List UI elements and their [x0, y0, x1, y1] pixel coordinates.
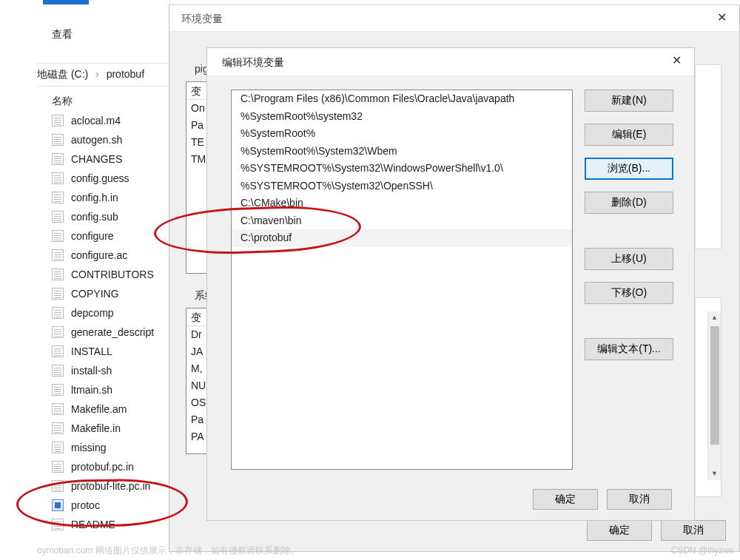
file-name: config.h.in: [71, 188, 118, 207]
path-entry[interactable]: %SystemRoot%: [232, 125, 572, 143]
file-row[interactable]: Makefile.in: [52, 419, 154, 438]
path-entry[interactable]: C:\maven\bin: [232, 212, 572, 230]
new-button[interactable]: 新建(N): [585, 90, 673, 112]
file-row[interactable]: generate_descript: [52, 323, 154, 342]
path-entry[interactable]: %SystemRoot%\System32\Wbem: [232, 143, 572, 161]
file-row[interactable]: COPYING: [52, 284, 154, 303]
file-name: COPYING: [71, 284, 119, 303]
file-name: protoc: [71, 496, 100, 515]
breadcrumb-drive[interactable]: 地磁盘 (C:): [37, 68, 88, 80]
file-name: configure: [71, 226, 114, 246]
file-row[interactable]: protoc: [52, 496, 154, 515]
file-icon: [52, 288, 64, 300]
file-name: install-sh: [71, 361, 112, 380]
file-row[interactable]: config.guess: [52, 169, 154, 188]
scrollbar[interactable]: ▲ ▼: [707, 311, 721, 480]
file-row[interactable]: protobuf-lite.pc.in: [52, 476, 154, 496]
groupbox-right-top: [695, 64, 722, 249]
file-row[interactable]: missing: [52, 438, 154, 457]
cancel-button[interactable]: 取消: [661, 520, 726, 541]
cancel-button[interactable]: 取消: [607, 489, 672, 510]
scroll-thumb[interactable]: [710, 326, 719, 445]
file-name: protobuf-lite.pc.in: [71, 476, 150, 496]
file-icon: [52, 345, 64, 357]
file-row[interactable]: configure: [52, 226, 154, 246]
file-row[interactable]: Makefile.am: [52, 399, 154, 419]
tab-indicator: [43, 0, 89, 4]
close-icon[interactable]: ✕: [704, 5, 739, 32]
ok-button[interactable]: 确定: [533, 489, 598, 510]
file-name: CHANGES: [71, 149, 122, 169]
file-name: Makefile.in: [71, 419, 121, 438]
column-header-name[interactable]: 名称: [52, 95, 73, 108]
file-icon: [52, 422, 64, 434]
file-name: ltmain.sh: [71, 380, 112, 399]
file-icon: [52, 442, 64, 453]
file-name: configure.ac: [71, 246, 127, 265]
path-entry[interactable]: C:\CMake\bin: [232, 195, 572, 212]
file-icon: [52, 365, 64, 377]
file-name: config.sub: [71, 207, 118, 226]
browse-button[interactable]: 浏览(B)...: [585, 158, 673, 180]
file-icon: [52, 134, 64, 146]
file-name: depcomp: [71, 303, 114, 323]
file-icon: [52, 192, 64, 203]
file-row[interactable]: config.sub: [52, 207, 154, 226]
close-icon[interactable]: ✕: [659, 48, 694, 75]
file-icon: [52, 172, 64, 184]
path-entry[interactable]: C:\protobuf: [232, 229, 572, 247]
file-row[interactable]: README: [52, 515, 154, 534]
move-up-button[interactable]: 上移(U): [585, 248, 673, 270]
file-icon: [52, 403, 64, 415]
path-entries-listbox[interactable]: C:\Program Files (x86)\Common Files\Orac…: [231, 90, 573, 470]
file-row[interactable]: config.h.in: [52, 188, 154, 207]
file-name: aclocal.m4: [71, 111, 121, 130]
file-row[interactable]: CHANGES: [52, 149, 154, 169]
file-explorer: 查看 地磁盘 (C:) › protobuf 名称 aclocal.m4auto…: [0, 0, 170, 540]
dialog-title: 环境变量: [169, 5, 739, 32]
path-entry[interactable]: C:\Program Files (x86)\Common Files\Orac…: [232, 90, 572, 108]
file-icon: [52, 480, 64, 492]
dialog-title: 编辑环境变量: [207, 48, 694, 76]
edit-text-button[interactable]: 编辑文本(T)...: [585, 338, 673, 360]
file-row[interactable]: aclocal.m4: [52, 111, 154, 130]
scroll-up-icon[interactable]: ▲: [708, 311, 721, 324]
file-row[interactable]: autogen.sh: [52, 130, 154, 149]
file-name: Makefile.am: [71, 399, 127, 419]
path-entry[interactable]: %SystemRoot%\system32: [232, 108, 572, 126]
scroll-down-icon[interactable]: ▼: [708, 468, 721, 480]
file-name: config.guess: [71, 169, 130, 188]
edit-button[interactable]: 编辑(E): [585, 124, 673, 146]
file-name: README: [71, 515, 115, 534]
watermark-footer: oymoban.com 网络图片仅供展示，非存储，如有侵权请联系删除。: [37, 544, 300, 557]
watermark-csdn: CSDN @lhyzws: [670, 545, 734, 556]
chevron-right-icon: ›: [91, 68, 104, 80]
file-icon: [52, 153, 64, 165]
file-row[interactable]: depcomp: [52, 303, 154, 323]
file-name: autogen.sh: [71, 130, 122, 149]
file-icon: [52, 307, 64, 319]
file-row[interactable]: configure.ac: [52, 246, 154, 265]
file-row[interactable]: INSTALL: [52, 342, 154, 361]
file-row[interactable]: ltmain.sh: [52, 380, 154, 399]
file-name: INSTALL: [71, 342, 112, 361]
menu-view[interactable]: 查看: [52, 28, 73, 41]
file-row[interactable]: protobuf.pc.in: [52, 457, 154, 476]
breadcrumb[interactable]: 地磁盘 (C:) › protobuf: [37, 63, 170, 87]
file-icon: [52, 230, 64, 242]
ok-button[interactable]: 确定: [587, 520, 652, 541]
breadcrumb-folder[interactable]: protobuf: [107, 68, 144, 80]
file-icon: [52, 249, 64, 261]
file-icon: [52, 519, 64, 530]
exe-file-icon: [52, 499, 64, 511]
path-entry[interactable]: %SYSTEMROOT%\System32\WindowsPowerShell\…: [232, 160, 572, 178]
path-entry[interactable]: %SYSTEMROOT%\System32\OpenSSH\: [232, 178, 572, 195]
file-name: protobuf.pc.in: [71, 457, 134, 476]
file-icon: [52, 211, 64, 223]
file-row[interactable]: install-sh: [52, 361, 154, 380]
move-down-button[interactable]: 下移(O): [585, 282, 673, 304]
file-icon: [52, 115, 64, 126]
delete-button[interactable]: 删除(D): [585, 192, 673, 214]
file-row[interactable]: CONTRIBUTORS: [52, 265, 154, 284]
file-name: CONTRIBUTORS: [71, 265, 154, 284]
